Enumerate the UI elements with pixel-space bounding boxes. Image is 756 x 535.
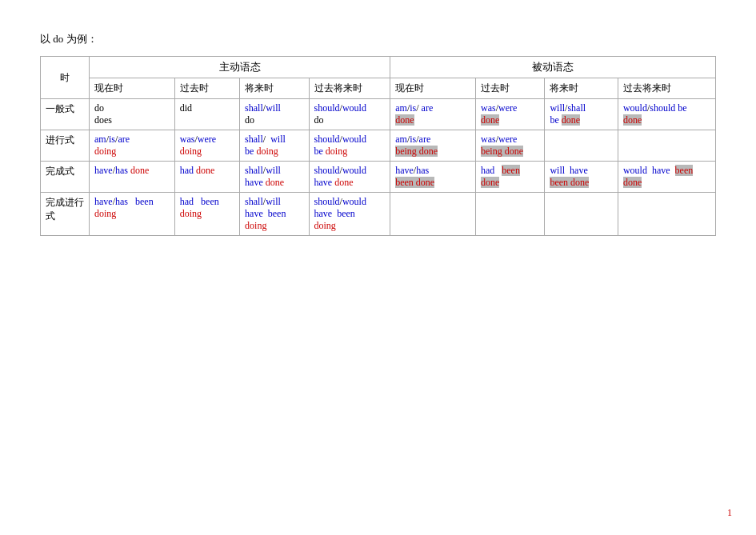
time-header: 时 [41,57,90,99]
passive-present-yiban: am/is/ are done [390,99,476,130]
active-future-wancheng: shall/will have done [240,162,309,193]
row-jinxing: 进行式 [41,130,90,162]
active-present-header: 现在时 [90,78,175,99]
active-present-wancheng-jinxing: have/has been doing [90,193,175,236]
passive-past-future-jinxing [618,130,715,162]
passive-future-wancheng: will have been done [545,162,618,193]
active-future-yiban: shall/will do [240,99,309,130]
passive-past-wancheng: had been done [475,162,544,193]
passive-past-future-yiban: would/should be done [618,99,715,130]
active-past-wancheng-jinxing: had been doing [174,193,239,236]
active-past-header: 过去时 [174,78,239,99]
active-future-jinxing: shall/ will be doing [240,130,309,162]
passive-past-future-wancheng: would have been done [618,162,715,193]
passive-past-header: 过去时 [475,78,544,99]
passive-past-yiban: was/were done [475,99,544,130]
row-wancheng: 完成式 [41,162,90,193]
passive-past-jinxing: was/were being done [475,130,544,162]
active-past-future-header: 过去将来时 [309,78,390,99]
active-present-wancheng: have/has done [90,162,175,193]
active-past-jinxing: was/were doing [174,130,239,162]
passive-present-header: 现在时 [390,78,476,99]
active-future-header: 将来时 [240,78,309,99]
active-past-future-yiban: should/would do [309,99,390,130]
active-past-future-jinxing: should/would be doing [309,130,390,162]
passive-past-future-header: 过去将来时 [618,78,715,99]
passive-present-jinxing: am/is/are being done [390,130,476,162]
passive-future-yiban: will/shall be done [545,99,618,130]
active-past-wancheng: had done [174,162,239,193]
active-past-future-wancheng: should/would have done [309,162,390,193]
passive-past-future-wancheng-jinxing [618,193,715,236]
passive-future-header: 将来时 [545,78,618,99]
passive-present-wancheng: have/has been done [390,162,476,193]
passive-future-jinxing [545,130,618,162]
active-past-yiban: did [174,99,239,130]
active-present-jinxing: am/is/are doing [90,130,175,162]
row-yiban: 一般式 [41,99,90,130]
passive-present-wancheng-jinxing [390,193,476,236]
active-voice-header: 主动语态 [90,57,390,78]
passive-voice-header: 被动语态 [390,57,716,78]
active-present-yiban: do does [90,99,175,130]
passive-past-wancheng-jinxing [475,193,544,236]
grammar-table: 时 主动语态 被动语态 现在时 过去时 将来时 过去将来时 现在时 过去时 将来… [40,56,716,236]
passive-future-wancheng-jinxing [545,193,618,236]
active-past-future-wancheng-jinxing: should/would have been doing [309,193,390,236]
row-wancheng-jinxing: 完成进行式 [41,193,90,236]
active-future-wancheng-jinxing: shall/will have been doing [240,193,309,236]
intro-text: 以 do 为例： [40,32,716,46]
